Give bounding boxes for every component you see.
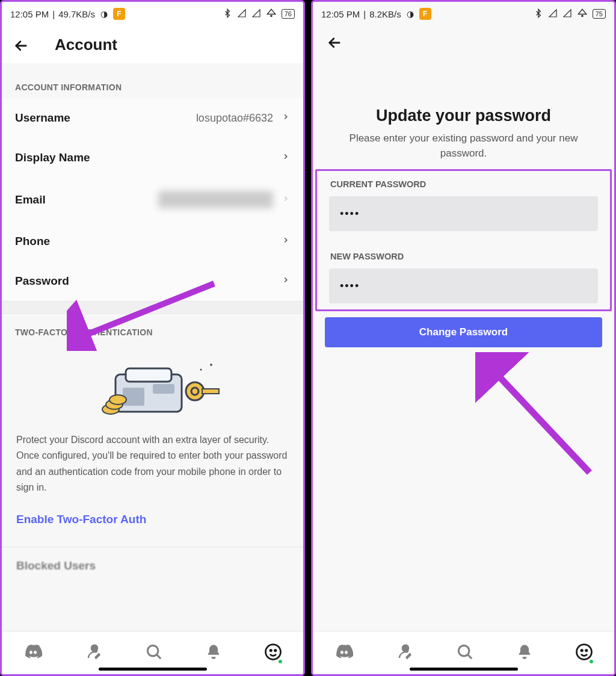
svg-point-15 — [270, 650, 272, 651]
section-twofa: TWO-FACTOR AUTHENTICATION — [2, 315, 303, 343]
home-indicator — [410, 668, 518, 671]
battery-indicator: 76 — [282, 9, 295, 19]
nav-search-icon[interactable] — [145, 643, 163, 663]
nav-notifications-icon[interactable] — [516, 643, 533, 663]
svg-point-0 — [271, 15, 272, 16]
chevron-right-icon — [282, 236, 290, 247]
phone-label: Phone — [15, 235, 50, 248]
new-password-label: NEW PASSWORD — [317, 247, 610, 268]
status-bar: 12:05 PM | 49.7KB/s ◑ F 76 — [2, 2, 303, 26]
email-row[interactable]: Email redacted@email — [2, 178, 303, 222]
bluetooth-icon — [223, 8, 232, 20]
section-account-info: ACCOUNT INFORMATION — [2, 63, 303, 98]
svg-rect-4 — [123, 388, 144, 406]
status-data-rate: 49.7KB/s — [58, 9, 95, 19]
email-value-redacted: redacted@email — [158, 191, 273, 208]
svg-rect-2 — [126, 368, 171, 382]
bottom-nav — [313, 631, 614, 674]
section-divider — [2, 301, 303, 315]
svg-point-5 — [186, 382, 204, 400]
enable-twofa-link[interactable]: Enable Two-Factor Auth — [2, 496, 303, 547]
home-indicator — [99, 668, 207, 671]
status-bar: 12:05 PM | 8.2KB/s ◑ F 75 — [313, 2, 614, 26]
status-time: 12:05 PM — [10, 9, 49, 19]
wifi-icon — [577, 8, 588, 20]
svg-point-17 — [582, 15, 583, 16]
svg-point-21 — [581, 650, 583, 651]
status-time: 12:05 PM — [321, 9, 360, 19]
nav-profile-icon[interactable] — [575, 643, 593, 663]
nav-discord-icon[interactable] — [23, 642, 43, 665]
signal-icon — [548, 8, 558, 20]
nav-profile-icon[interactable] — [264, 643, 282, 663]
password-label: Password — [15, 274, 69, 288]
twofa-description: Protect your Discord account with an ext… — [2, 430, 303, 496]
svg-point-20 — [577, 644, 592, 659]
account-screen: 12:05 PM | 49.7KB/s ◑ F 76 Accou — [0, 0, 305, 676]
email-label: Email — [15, 193, 46, 206]
svg-point-16 — [275, 650, 277, 651]
clock-icon: ◑ — [405, 8, 416, 19]
password-row[interactable]: Password — [2, 261, 303, 301]
nav-search-icon[interactable] — [456, 643, 474, 663]
chevron-right-icon — [282, 194, 290, 205]
display-name-row[interactable]: Display Name — [2, 138, 303, 178]
bottom-nav — [2, 631, 303, 674]
page-title: Account — [55, 36, 117, 54]
update-password-screen: 12:05 PM | 8.2KB/s ◑ F 75 Up — [311, 0, 616, 676]
page-header: Account — [2, 26, 303, 63]
svg-point-13 — [148, 645, 159, 656]
status-data-rate: 8.2KB/s — [369, 9, 401, 19]
username-value: losupotao#6632 — [196, 112, 273, 125]
username-row[interactable]: Username losupotao#6632 — [2, 98, 303, 138]
current-password-input[interactable]: •••• — [329, 196, 598, 231]
signal-icon-2 — [251, 8, 261, 20]
nav-discord-icon[interactable] — [334, 642, 354, 665]
page-subtitle: Please enter your existing password and … — [313, 125, 614, 169]
username-label: Username — [15, 111, 70, 125]
twofa-illustration — [2, 343, 303, 430]
password-inputs-highlight: CURRENT PASSWORD •••• NEW PASSWORD •••• — [315, 169, 612, 311]
clock-icon: ◑ — [99, 8, 109, 19]
phone-row[interactable]: Phone — [2, 222, 303, 261]
nav-friends-icon[interactable] — [85, 643, 103, 663]
flipboard-icon: F — [419, 8, 431, 20]
update-password-body: Update your password Please enter your e… — [313, 54, 614, 631]
signal-icon — [237, 8, 247, 20]
chevron-right-icon — [282, 276, 290, 287]
svg-point-11 — [200, 369, 202, 371]
page-header — [313, 26, 614, 54]
chevron-right-icon — [282, 152, 290, 163]
svg-line-18 — [492, 369, 590, 473]
status-online-dot — [588, 659, 594, 665]
new-password-input[interactable]: •••• — [329, 268, 598, 303]
nav-notifications-icon[interactable] — [205, 643, 222, 663]
page-title: Update your password — [313, 107, 614, 125]
status-online-dot — [277, 659, 283, 665]
display-name-label: Display Name — [15, 151, 90, 164]
back-button[interactable] — [326, 34, 343, 54]
chevron-right-icon — [282, 113, 290, 123]
nav-friends-icon[interactable] — [396, 643, 414, 663]
svg-point-14 — [266, 644, 281, 659]
battery-indicator: 75 — [593, 9, 606, 19]
bluetooth-icon — [534, 8, 543, 20]
signal-icon-2 — [562, 8, 572, 20]
back-button[interactable] — [13, 37, 27, 52]
svg-point-22 — [586, 650, 588, 651]
svg-rect-7 — [202, 389, 219, 394]
svg-rect-3 — [153, 384, 174, 394]
flipboard-icon: F — [113, 8, 125, 20]
blocked-users-peek: Blocked Users — [2, 547, 303, 572]
svg-point-10 — [109, 395, 126, 405]
wifi-icon — [266, 8, 277, 20]
status-separator: | — [363, 9, 366, 19]
change-password-button[interactable]: Change Password — [325, 317, 602, 347]
account-body[interactable]: ACCOUNT INFORMATION Username losupotao#6… — [2, 63, 303, 631]
status-separator: | — [52, 9, 55, 19]
svg-point-19 — [459, 645, 470, 656]
annotation-arrow-icon — [475, 352, 608, 485]
current-password-label: CURRENT PASSWORD — [317, 175, 610, 196]
